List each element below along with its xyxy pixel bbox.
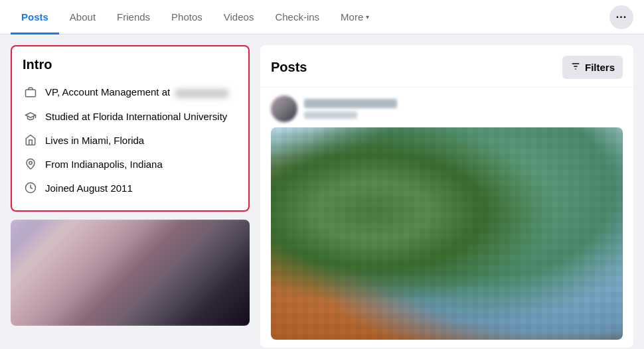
post-author-time-blurred [304, 111, 357, 119]
post-content [260, 88, 633, 348]
more-arrow-icon: ▾ [366, 13, 369, 21]
svg-point-2 [29, 161, 33, 165]
nav-tabs: Posts About Friends Photos Videos Check-… [11, 0, 609, 34]
location-icon [23, 156, 39, 172]
clock-icon [23, 180, 39, 196]
filters-label: Filters [585, 62, 615, 73]
more-options-button[interactable]: ··· [609, 5, 633, 29]
joined-text: Joined August 2011 [45, 182, 133, 194]
tab-photos[interactable]: Photos [161, 1, 213, 35]
tab-more[interactable]: More ▾ [330, 1, 380, 35]
hometown-text: From Indianapolis, Indiana [45, 159, 163, 170]
photos-blurred-image [11, 220, 250, 326]
post-author-row [271, 96, 623, 122]
posts-card: Posts Filters [260, 45, 633, 348]
post-author-name-blurred [304, 99, 397, 108]
tab-about[interactable]: About [59, 1, 106, 35]
tab-videos[interactable]: Videos [213, 1, 265, 35]
intro-item-joined: Joined August 2011 [23, 176, 238, 200]
work-company-blurred [175, 89, 228, 98]
tab-friends[interactable]: Friends [106, 1, 161, 35]
intro-item-education: Studied at Florida International Univers… [23, 104, 238, 128]
svg-rect-0 [26, 90, 36, 97]
work-icon [23, 84, 39, 100]
filters-button[interactable]: Filters [562, 56, 623, 79]
home-icon [23, 132, 39, 148]
tab-posts[interactable]: Posts [11, 1, 59, 35]
intro-item-city: Lives in Miami, Florida [23, 128, 238, 152]
profile-nav: Posts About Friends Photos Videos Check-… [0, 0, 644, 35]
post-image-overlay [271, 127, 623, 340]
intro-item-hometown: From Indianapolis, Indiana [23, 152, 238, 176]
tab-checkins[interactable]: Check-ins [264, 1, 330, 35]
intro-title: Intro [23, 57, 238, 72]
city-text: Lives in Miami, Florida [45, 135, 144, 146]
left-column: Intro VP, Account Management at Studied … [11, 45, 250, 348]
nav-right: ··· [609, 0, 633, 34]
post-author-info [304, 99, 623, 119]
intro-item-work: VP, Account Management at [23, 80, 238, 104]
posts-title: Posts [271, 60, 307, 75]
main-content: Intro VP, Account Management at Studied … [0, 35, 644, 349]
post-author-avatar [271, 96, 297, 122]
more-label: More [341, 11, 363, 23]
right-column: Posts Filters [260, 45, 633, 348]
posts-header: Posts Filters [260, 45, 633, 88]
education-text: Studied at Florida International Univers… [45, 111, 227, 122]
work-text: VP, Account Management at [45, 86, 228, 98]
intro-card: Intro VP, Account Management at Studied … [11, 45, 250, 212]
photos-card [11, 220, 250, 326]
post-image [271, 127, 623, 340]
education-icon [23, 108, 39, 124]
filters-icon [570, 61, 581, 74]
